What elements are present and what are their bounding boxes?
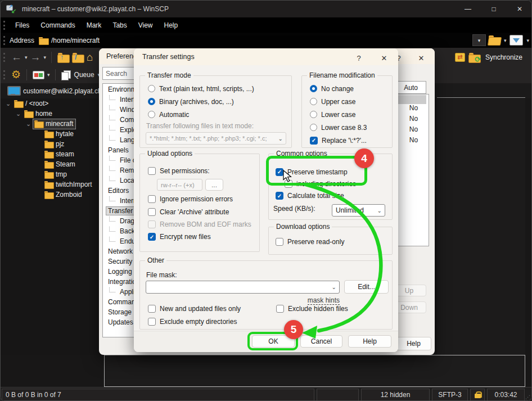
- menu-item[interactable]: Mark: [81, 19, 107, 31]
- folder-icon: [44, 130, 53, 137]
- forward-button[interactable]: →: [29, 51, 43, 64]
- queue-label[interactable]: Queue: [74, 71, 94, 79]
- preset-auto-value[interactable]: No: [401, 104, 426, 115]
- transfer-mode-radio[interactable]: Automatic: [148, 108, 254, 121]
- filename-modification-option[interactable]: Replace '\:*?'...: [310, 134, 367, 147]
- tree-item[interactable]: ⌄ hytale: [1, 129, 103, 139]
- tree-item[interactable]: ⌄ minecraft: [1, 119, 103, 129]
- panels-layout-icon[interactable]: [31, 70, 46, 80]
- tree-item[interactable]: ⌄ steam: [1, 149, 103, 159]
- tree-item[interactable]: ⌄ pjz: [1, 139, 103, 149]
- permissions-more-button[interactable]: ...: [205, 179, 223, 191]
- menu-item[interactable]: Help: [159, 19, 184, 31]
- edit-mask-button[interactable]: Edit...: [344, 280, 389, 294]
- folder-icon: [14, 100, 22, 107]
- tree-item[interactable]: ⌄ tmp: [1, 169, 103, 179]
- preset-auto-value[interactable]: No: [401, 115, 426, 125]
- speed-combo[interactable]: Unlimited ⌄: [332, 204, 385, 217]
- transfer-mode-group-label: Transfer mode: [145, 71, 193, 79]
- menu-item[interactable]: View: [133, 19, 159, 31]
- tree-item[interactable]: ⌄ Zomboid: [1, 190, 103, 200]
- tree-item[interactable]: ⌄ home: [1, 109, 103, 119]
- filter-dropdown[interactable]: ▾: [525, 38, 530, 43]
- filename-modification-option[interactable]: Lower case: [310, 108, 367, 121]
- common-option-checkbox[interactable]: Calculate total size: [276, 190, 356, 202]
- filename-modification-option[interactable]: No change: [310, 82, 367, 95]
- tree-item[interactable]: ⌄ / <root>: [1, 98, 103, 109]
- upload-option-checkbox[interactable]: Remove BOM and EOF marks: [148, 218, 251, 231]
- queue-icon[interactable]: [60, 69, 72, 80]
- other-option-checkbox[interactable]: Exclude empty directories: [148, 315, 241, 327]
- forward-dropdown[interactable]: ▾: [43, 55, 48, 60]
- upload-option-checkbox[interactable]: Ignore permission errors: [148, 193, 251, 205]
- filename-modification-option[interactable]: Upper case: [310, 95, 367, 108]
- chevron-down-icon: ⌄: [278, 136, 283, 142]
- chevron-down-icon[interactable]: ⌄: [4, 101, 12, 106]
- common-option-checkbox[interactable]: including directories: [276, 178, 356, 190]
- status-hidden-files[interactable]: 12 hidden: [361, 389, 430, 401]
- menu-item[interactable]: Commands: [35, 19, 80, 31]
- parent-directory-button[interactable]: ↑: [56, 52, 70, 63]
- address-path[interactable]: /home/minecraft: [51, 37, 100, 44]
- synchronize-icon[interactable]: ⇄: [455, 53, 465, 62]
- minimize-button[interactable]: —: [455, 1, 481, 17]
- download-option-checkbox[interactable]: Preserve read-only: [276, 236, 344, 248]
- menu-item[interactable]: Tabs: [107, 19, 132, 31]
- help-button[interactable]: Help: [348, 335, 391, 348]
- synchronize-label[interactable]: Synchronize: [485, 53, 522, 61]
- close-button[interactable]: ✕: [507, 1, 532, 17]
- keep-up-to-date-icon[interactable]: ⟳: [468, 53, 480, 62]
- checkbox-icon: [148, 305, 156, 313]
- open-directory-icon[interactable]: [488, 35, 501, 45]
- back-dropdown[interactable]: ▾: [24, 55, 29, 60]
- status-bar: 0 B of 0 B in 0 of 7 12 hidden SFTP-3 0:…: [1, 387, 532, 401]
- preferences-help-button[interactable]: Help: [396, 337, 431, 350]
- chevron-down-icon[interactable]: ⌄: [24, 121, 33, 127]
- transfer-help-icon[interactable]: ?: [350, 52, 367, 64]
- toolbar-grip[interactable]: [3, 21, 6, 30]
- transfer-mode-radio[interactable]: Binary (archives, doc, ...): [148, 95, 254, 108]
- chevron-down-icon[interactable]: ⌄: [14, 111, 22, 116]
- upload-option-checkbox[interactable]: Clear 'Archive' attribute: [148, 205, 251, 218]
- resize-grip[interactable]: ⋰: [525, 394, 531, 400]
- preferences-close-icon[interactable]: ✕: [413, 52, 430, 64]
- transfer-close-icon[interactable]: ✕: [376, 52, 393, 64]
- set-permissions-checkbox[interactable]: Set permissions:: [148, 165, 210, 177]
- chevron-down-icon: ⌄: [332, 284, 336, 290]
- back-button[interactable]: ←: [10, 51, 24, 64]
- address-bar: Address /home/minecraft ▾ ▾ ▾: [1, 33, 532, 48]
- common-options-group: Common options Preserve timestamp includ…: [268, 154, 393, 220]
- toolbar-grip[interactable]: [3, 70, 6, 79]
- address-dropdown-button[interactable]: ▾: [472, 34, 486, 46]
- filter-icon[interactable]: [510, 35, 523, 46]
- other-option-checkbox[interactable]: New and updated files only: [148, 303, 241, 315]
- text-mode-files-label: Transfer following files in text mode:: [146, 122, 254, 130]
- radio-icon: [310, 98, 317, 105]
- maximize-button[interactable]: □: [481, 1, 507, 17]
- status-protocol[interactable]: SFTP-3: [432, 389, 468, 401]
- permissions-value-field[interactable]: rw-r--r-- (+x): [157, 179, 202, 191]
- filename-modification-option[interactable]: Lower case 8.3: [310, 121, 367, 134]
- toolbar-grip[interactable]: [3, 36, 6, 45]
- file-mask-combo[interactable]: ⌄: [146, 281, 340, 294]
- preset-auto-value[interactable]: No: [401, 136, 426, 147]
- preset-auto-value[interactable]: No: [401, 125, 426, 136]
- toolbar-grip[interactable]: [3, 53, 6, 62]
- tree-item[interactable]: ⌄ twitchImport: [1, 179, 103, 190]
- panels-dropdown[interactable]: ▾: [46, 72, 51, 78]
- menu-item[interactable]: Files: [10, 19, 35, 31]
- common-option-checkbox[interactable]: Preserve timestamp: [276, 166, 356, 178]
- transfer-mode-radio[interactable]: Text (plain text, html, scripts, ...): [148, 82, 254, 95]
- upload-option-checkbox[interactable]: Encrypt new files: [148, 231, 251, 243]
- radio-icon: [310, 124, 317, 131]
- other-option-checkbox[interactable]: Exclude hidden files: [276, 303, 348, 315]
- transfer-settings-dialog: Transfer settings ? ✕ Transfer mode Text…: [134, 48, 398, 352]
- preferences-gear-icon[interactable]: ⚙: [10, 68, 22, 82]
- status-encryption-cell[interactable]: [470, 389, 485, 401]
- tree-item[interactable]: ⌄ Steam: [1, 159, 103, 169]
- cancel-button[interactable]: Cancel: [300, 335, 342, 348]
- home-directory-button[interactable]: ⌂: [85, 51, 94, 64]
- open-directory-dropdown[interactable]: ▾: [503, 38, 508, 43]
- root-directory-button[interactable]: /: [70, 52, 85, 63]
- text-mode-masks-combo[interactable]: *.*html; *.htm; *.txt; *.php; *.php3; *.…: [146, 132, 286, 145]
